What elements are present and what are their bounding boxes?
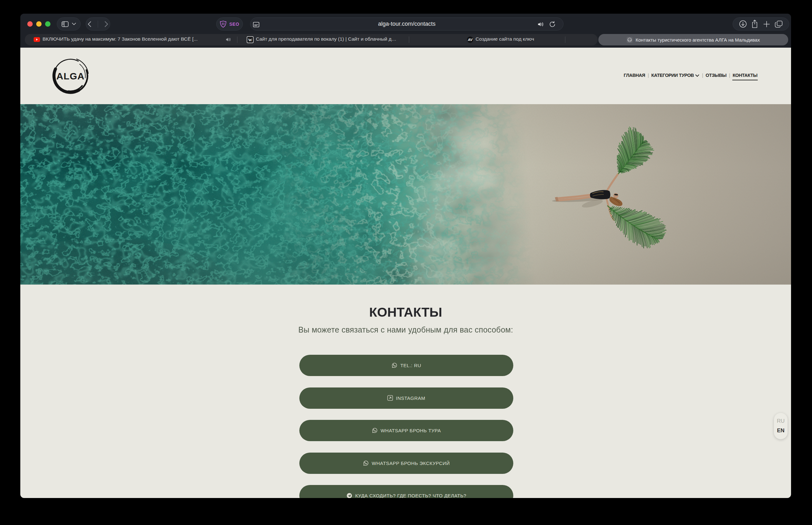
svg-text:W: W	[248, 38, 252, 42]
svg-text:AV: AV	[468, 38, 473, 42]
svg-text:ALGA: ALGA	[57, 71, 85, 81]
svg-text:ALGA: ALGA	[628, 39, 631, 41]
